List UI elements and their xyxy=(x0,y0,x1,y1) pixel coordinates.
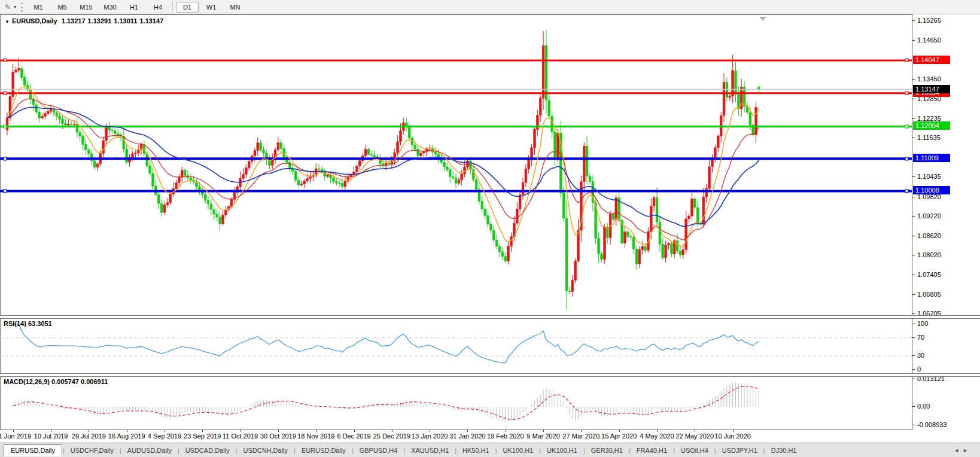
bear-candle[interactable] xyxy=(373,156,376,157)
bear-candle[interactable] xyxy=(79,132,81,136)
price-chart-canvas[interactable] xyxy=(0,15,912,316)
bear-candle[interactable] xyxy=(487,216,489,224)
bull-candle[interactable] xyxy=(166,203,169,205)
bull-candle[interactable] xyxy=(309,176,312,178)
line-handle[interactable] xyxy=(905,92,908,95)
bull-candle[interactable] xyxy=(557,133,559,158)
bull-candle[interactable] xyxy=(638,249,641,264)
bear-candle[interactable] xyxy=(213,209,215,214)
bear-candle[interactable] xyxy=(446,167,449,170)
bull-candle[interactable] xyxy=(132,154,134,158)
bull-candle[interactable] xyxy=(303,181,306,184)
bull-candle[interactable] xyxy=(306,179,309,181)
bull-candle[interactable] xyxy=(717,136,719,148)
bear-candle[interactable] xyxy=(62,119,64,123)
bull-candle[interactable] xyxy=(67,124,69,125)
timeframe-button-m1[interactable]: M1 xyxy=(27,2,50,13)
bear-candle[interactable] xyxy=(490,224,492,230)
chart-tab-eurusd-daily[interactable]: EURUSD,Daily xyxy=(296,445,351,456)
bear-candle[interactable] xyxy=(475,180,477,190)
bear-candle[interactable] xyxy=(184,170,186,176)
bull-candle[interactable] xyxy=(691,199,693,216)
bull-candle[interactable] xyxy=(507,246,510,261)
bull-candle[interactable] xyxy=(604,227,606,259)
bull-candle[interactable] xyxy=(665,245,667,258)
bull-candle[interactable] xyxy=(577,230,580,261)
bear-candle[interactable] xyxy=(199,187,201,190)
bull-candle[interactable] xyxy=(668,243,670,245)
bear-candle[interactable] xyxy=(388,163,390,164)
bull-candle[interactable] xyxy=(624,232,626,243)
bear-candle[interactable] xyxy=(70,124,72,124)
bear-candle[interactable] xyxy=(749,112,751,125)
bear-candle[interactable] xyxy=(88,150,90,154)
bull-candle[interactable] xyxy=(15,70,17,72)
bear-candle[interactable] xyxy=(210,204,212,209)
bull-candle[interactable] xyxy=(239,178,242,187)
bull-candle[interactable] xyxy=(397,142,399,153)
tabs-scroll-right-button[interactable]: ► xyxy=(963,447,972,453)
bear-candle[interactable] xyxy=(59,116,61,119)
bear-candle[interactable] xyxy=(612,214,614,220)
bear-candle[interactable] xyxy=(76,124,78,132)
bull-candle[interactable] xyxy=(257,143,259,151)
bear-candle[interactable] xyxy=(160,203,163,212)
bear-candle[interactable] xyxy=(219,217,221,224)
bear-candle[interactable] xyxy=(548,100,550,116)
bull-candle[interactable] xyxy=(178,178,180,183)
chart-tab-fra40-h1[interactable]: FRA40,H1 xyxy=(631,445,672,456)
line-handle[interactable] xyxy=(4,190,7,193)
bear-candle[interactable] xyxy=(417,150,419,156)
chart-tab-xauusd-h1[interactable]: XAUUSD,H1 xyxy=(406,445,454,456)
bear-candle[interactable] xyxy=(157,194,160,203)
bull-candle[interactable] xyxy=(729,96,731,98)
timeframe-button-m5[interactable]: M5 xyxy=(51,2,74,13)
bull-candle[interactable] xyxy=(467,161,469,167)
bear-candle[interactable] xyxy=(632,237,635,249)
bull-candle[interactable] xyxy=(516,209,518,223)
bear-candle[interactable] xyxy=(318,169,320,169)
bear-candle[interactable] xyxy=(338,183,340,184)
timeframe-button-d1[interactable]: D1 xyxy=(176,2,199,13)
bull-candle[interactable] xyxy=(723,83,725,116)
bull-candle[interactable] xyxy=(528,160,530,169)
bear-candle[interactable] xyxy=(693,199,696,208)
bull-candle[interactable] xyxy=(708,167,711,188)
timeframe-button-m15[interactable]: M15 xyxy=(75,2,98,13)
bull-candle[interactable] xyxy=(423,152,425,153)
bull-candle[interactable] xyxy=(682,249,684,255)
bull-candle[interactable] xyxy=(137,150,139,153)
bull-candle[interactable] xyxy=(420,153,422,156)
price-axis[interactable]: 1.152651.146501.134501.128501.122351.116… xyxy=(912,14,980,430)
bear-candle[interactable] xyxy=(333,178,335,181)
bear-candle[interactable] xyxy=(554,132,556,157)
bear-candle[interactable] xyxy=(568,291,571,292)
bear-candle[interactable] xyxy=(481,201,483,209)
bear-candle[interactable] xyxy=(111,130,113,130)
bear-candle[interactable] xyxy=(289,163,291,168)
bull-candle[interactable] xyxy=(461,174,463,180)
bull-candle[interactable] xyxy=(400,130,402,142)
line-handle[interactable] xyxy=(905,125,908,128)
bear-candle[interactable] xyxy=(149,166,151,173)
bear-candle[interactable] xyxy=(434,152,437,154)
panel-splitter-2[interactable] xyxy=(0,373,980,377)
bull-candle[interactable] xyxy=(222,215,224,224)
bear-candle[interactable] xyxy=(586,146,588,176)
bear-candle[interactable] xyxy=(216,214,218,217)
chart-menu-caret-icon[interactable]: ▼ xyxy=(5,19,10,25)
bull-candle[interactable] xyxy=(714,148,717,159)
macd-panel-canvas[interactable] xyxy=(0,376,912,429)
bear-candle[interactable] xyxy=(414,145,416,149)
timeframe-button-m30[interactable]: M30 xyxy=(99,2,121,13)
bull-candle[interactable] xyxy=(44,114,46,117)
bear-candle[interactable] xyxy=(21,68,23,77)
bull-candle[interactable] xyxy=(102,141,105,154)
bear-candle[interactable] xyxy=(495,240,498,246)
bear-candle[interactable] xyxy=(644,246,647,251)
bull-candle[interactable] xyxy=(574,261,577,281)
bear-candle[interactable] xyxy=(56,113,58,117)
bull-candle[interactable] xyxy=(18,68,20,70)
bear-candle[interactable] xyxy=(126,150,128,163)
bear-candle[interactable] xyxy=(629,237,632,237)
